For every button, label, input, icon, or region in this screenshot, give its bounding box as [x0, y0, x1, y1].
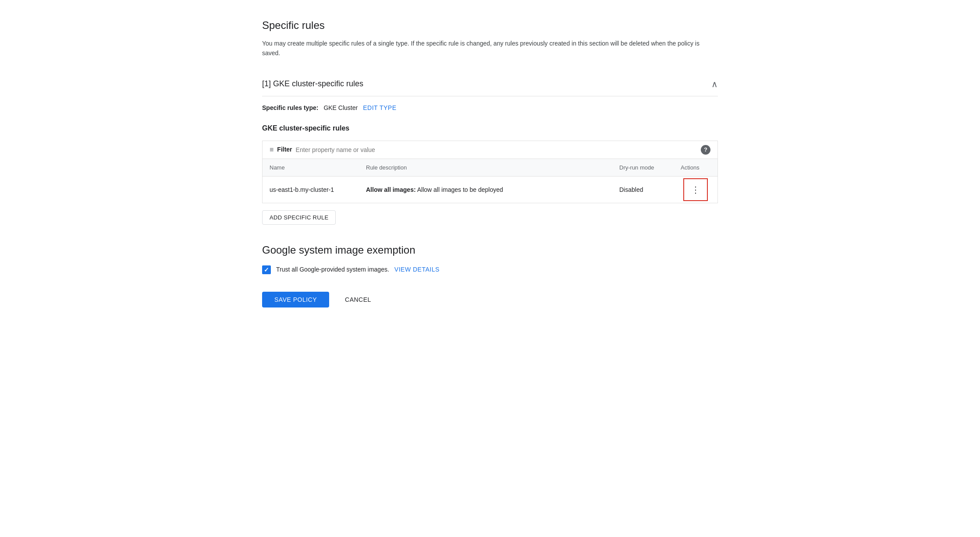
checkbox-label: Trust all Google-provided system images.: [276, 265, 389, 274]
exemption-title: Google system image exemption: [262, 242, 718, 258]
collapse-icon[interactable]: ∧: [711, 78, 718, 91]
table-header-dryrun: Dry-run mode: [612, 159, 674, 177]
cluster-section-title: [1] GKE cluster-specific rules: [262, 78, 363, 90]
exemption-section: Google system image exemption ✓ Trust al…: [262, 242, 718, 274]
cluster-section-header: [1] GKE cluster-specific rules ∧: [262, 72, 718, 96]
specific-rules-type-value: GKE Cluster: [323, 103, 358, 113]
table-header: Name Rule description Dry-run mode Actio…: [263, 159, 717, 177]
exemption-checkbox-row: ✓ Trust all Google-provided system image…: [262, 265, 718, 274]
cancel-button[interactable]: CANCEL: [336, 292, 380, 307]
specific-rules-type-label: Specific rules type:: [262, 103, 318, 113]
table-row: us-east1-b.my-cluster-1 Allow all images…: [263, 177, 717, 203]
table-header-actions: Actions: [674, 159, 717, 177]
filter-input[interactable]: [296, 146, 701, 153]
table-cell-description: Allow all images: Allow all images to be…: [359, 180, 612, 200]
filter-bar: ≡ Filter ?: [262, 141, 718, 159]
table-header-name: Name: [263, 159, 359, 177]
rules-table: Name Rule description Dry-run mode Actio…: [262, 159, 718, 204]
add-specific-rule-button[interactable]: ADD SPECIFIC RULE: [262, 210, 336, 225]
help-icon[interactable]: ?: [701, 145, 710, 155]
page-title: Specific rules: [262, 18, 718, 33]
trust-images-checkbox-wrapper[interactable]: ✓: [262, 265, 271, 274]
filter-left: ≡ Filter: [270, 145, 701, 155]
rule-description-bold: Allow all images:: [366, 186, 416, 193]
view-details-link[interactable]: VIEW DETAILS: [394, 265, 440, 274]
three-dot-button[interactable]: ⋮: [683, 178, 708, 201]
rule-description-rest: Allow all images to be deployed: [416, 186, 503, 193]
table-cell-actions: ⋮: [674, 177, 717, 203]
subsection-title: GKE cluster-specific rules: [262, 123, 718, 134]
save-policy-button[interactable]: SAVE POLICY: [262, 292, 329, 307]
filter-icon: ≡: [270, 145, 273, 155]
bottom-actions: SAVE POLICY CANCEL: [262, 292, 718, 307]
table-header-description: Rule description: [359, 159, 612, 177]
specific-rules-type-row: Specific rules type: GKE Cluster EDIT TY…: [262, 103, 718, 113]
table-cell-name: us-east1-b.my-cluster-1: [263, 180, 359, 200]
filter-label: Filter: [277, 145, 292, 154]
edit-type-link[interactable]: EDIT TYPE: [363, 103, 396, 113]
table-cell-dryrun: Disabled: [612, 180, 674, 200]
page-description: You may create multiple specific rules o…: [262, 39, 718, 58]
